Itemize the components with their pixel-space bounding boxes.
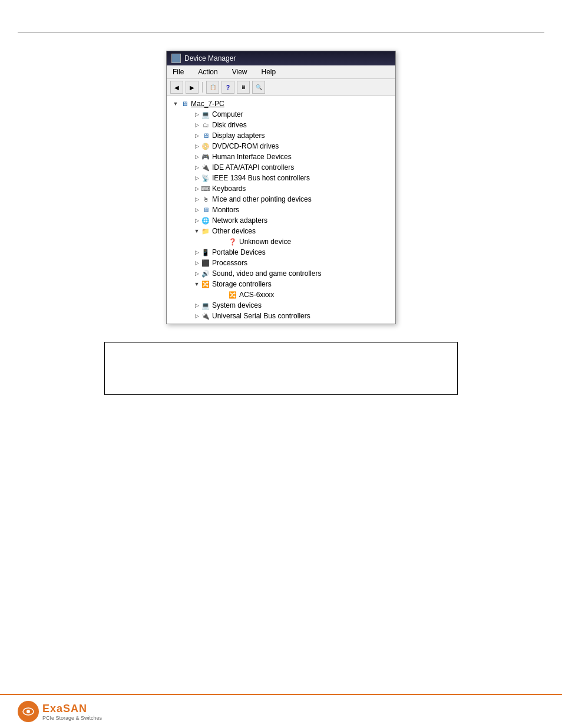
tree-children-root: ▷ 💻 Computer ▷ 🗂 Disk drives ▷ 🖥 Display… [169,109,393,321]
brand-tagline: PCIe Storage & Switches [42,715,102,721]
hid-expander[interactable]: ▷ [193,153,201,161]
hid-label: Human Interface Devices [212,153,292,161]
usb-label: Universal Serial Bus controllers [212,312,310,320]
kbd-icon: ⌨ [201,184,210,193]
note-box [104,342,458,395]
menu-help[interactable]: Help [259,67,279,77]
logo-circle [18,701,39,722]
mice-icon: 🖱 [201,195,210,204]
logo-text-block: ExaSAN PCIe Storage & Switches [42,703,102,721]
toolbar-forward-btn[interactable]: ▶ [186,81,199,94]
monitors-label: Monitors [212,206,239,214]
disk-label: Disk drives [212,121,247,129]
toolbar-properties-btn[interactable]: 📋 [206,81,219,94]
monitors-expander[interactable]: ▷ [193,206,201,214]
usb-icon: 🔌 [201,311,210,321]
ide-label: IDE ATA/ATAPI controllers [212,163,294,172]
other-expander[interactable]: ▼ [193,227,201,235]
tree-item-computer[interactable]: ▷ 💻 Computer [180,109,393,120]
tree-item-mice[interactable]: ▷ 🖱 Mice and other pointing devices [180,194,393,205]
usb-expander[interactable]: ▷ [193,312,201,320]
computer-icon: 💻 [201,110,210,119]
window-title: Device Manager [184,54,236,62]
tree-item-sound[interactable]: ▷ 🔊 Sound, video and game controllers [180,268,393,279]
dvd-expander[interactable]: ▷ [193,142,201,150]
brand-name: ExaSAN [42,703,87,714]
toolbar-help-btn[interactable]: ? [222,81,234,94]
tree-item-display[interactable]: ▷ 🖥 Display adapters [180,130,393,141]
tree-item-unknown[interactable]: ❓ Unknown device [190,236,393,247]
system-icon: 💻 [201,301,210,310]
acs-icon: 🔀 [228,290,237,299]
tree-item-system[interactable]: ▷ 💻 System devices [180,300,393,311]
window-icon [171,54,181,63]
tree-item-storage[interactable]: ▼ 🔀 Storage controllers [180,279,393,289]
tree-item-portable[interactable]: ▷ 📱 Portable Devices [180,247,393,258]
toolbar-scan-btn[interactable]: 🔍 [252,81,265,94]
tree-item-acs[interactable]: 🔀 ACS-6xxxx [190,289,393,300]
processors-expander[interactable]: ▷ [193,259,201,267]
window-menubar: File Action View Help [167,65,395,79]
sound-icon: 🔊 [201,269,210,278]
tree-children-other: ❓ Unknown device [180,236,393,247]
toolbar-back-btn[interactable]: ◀ [170,81,183,94]
menu-action[interactable]: Action [196,67,220,77]
hid-icon: 🎮 [201,152,210,162]
tree-item-usb[interactable]: ▷ 🔌 Universal Serial Bus controllers [180,311,393,321]
ide-icon: 🔌 [201,163,210,172]
display-expander[interactable]: ▷ [193,131,201,140]
device-manager-window: Device Manager File Action View Help ◀ ▶… [166,51,396,324]
tree-item-ieee[interactable]: ▷ 📡 IEEE 1394 Bus host controllers [180,173,393,183]
menu-file[interactable]: File [170,67,186,77]
tree-item-other[interactable]: ▼ 📁 Other devices [180,226,393,236]
storage-expander[interactable]: ▼ [193,280,201,288]
main-content: Device Manager File Action View Help ◀ ▶… [0,33,562,395]
portable-label: Portable Devices [212,248,266,256]
root-label: Mac_7-PC [191,100,224,108]
unknown-icon: ❓ [228,237,237,246]
tree-item-root[interactable]: ▼ 🖥 Mac_7-PC [169,98,393,109]
sound-expander[interactable]: ▷ [193,269,201,278]
tree-item-processors[interactable]: ▷ ⬛ Processors [180,258,393,268]
tree-item-hid[interactable]: ▷ 🎮 Human Interface Devices [180,151,393,162]
tree-item-disk-drives[interactable]: ▷ 🗂 Disk drives [180,120,393,130]
footer: ExaSAN PCIe Storage & Switches [0,694,562,728]
kbd-expander[interactable]: ▷ [193,185,201,193]
logo-svg [22,705,35,718]
window-body: ▼ 🖥 Mac_7-PC ▷ 💻 Computer ▷ 🗂 Disk drive… [167,96,395,324]
system-expander[interactable]: ▷ [193,301,201,309]
window-titlebar: Device Manager [167,51,395,65]
network-expander[interactable]: ▷ [193,216,201,225]
tree-item-network[interactable]: ▷ 🌐 Network adapters [180,215,393,226]
system-label: System devices [212,301,262,309]
disk-expander[interactable]: ▷ [193,121,201,129]
tree-item-ide[interactable]: ▷ 🔌 IDE ATA/ATAPI controllers [180,162,393,173]
unknown-label: Unknown device [239,238,291,246]
window-toolbar: ◀ ▶ 📋 ? 🖥 🔍 [167,79,395,96]
portable-expander[interactable]: ▷ [193,248,201,256]
tree-item-keyboards[interactable]: ▷ ⌨ Keyboards [180,183,393,194]
monitors-icon: 🖥 [201,205,210,215]
disk-icon: 🗂 [201,120,210,130]
toolbar-sep1 [202,82,203,93]
sound-label: Sound, video and game controllers [212,269,321,278]
ieee-icon: 📡 [201,173,210,183]
ide-expander[interactable]: ▷ [193,163,201,172]
toolbar-update-btn[interactable]: 🖥 [237,81,250,94]
exasan-logo: ExaSAN PCIe Storage & Switches [18,701,102,722]
processors-label: Processors [212,259,247,267]
display-label: Display adapters [212,131,265,140]
display-icon: 🖥 [201,131,210,140]
tree-item-monitors[interactable]: ▷ 🖥 Monitors [180,205,393,215]
root-expander[interactable]: ▼ [171,100,180,108]
ieee-expander[interactable]: ▷ [193,174,201,182]
tree-item-dvd[interactable]: ▷ 📀 DVD/CD-ROM drives [180,141,393,151]
dvd-label: DVD/CD-ROM drives [212,142,279,150]
storage-icon: 🔀 [201,279,210,289]
menu-view[interactable]: View [230,67,250,77]
mice-expander[interactable]: ▷ [193,195,201,203]
root-icon: 🖥 [180,99,189,108]
storage-label: Storage controllers [212,280,272,288]
computer-label: Computer [212,110,243,118]
computer-expander[interactable]: ▷ [193,110,201,118]
